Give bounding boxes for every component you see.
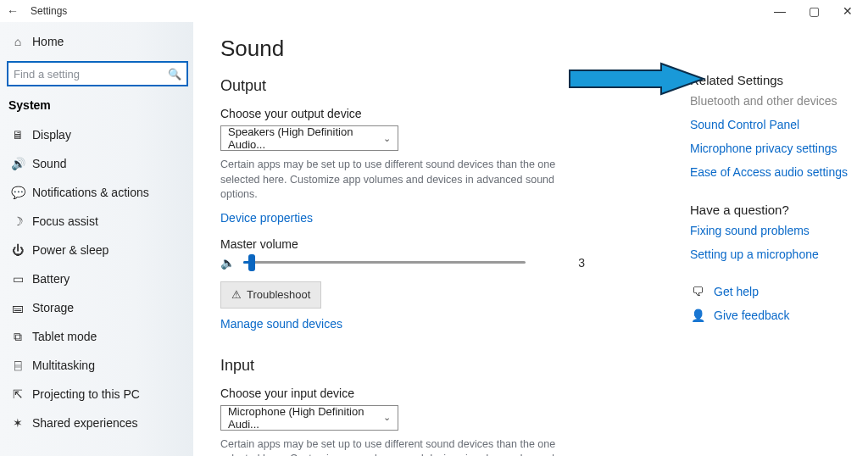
setup-mic-link[interactable]: Setting up a microphone (690, 247, 856, 261)
input-heading: Input (220, 357, 673, 375)
related-settings-heading: Related Settings (690, 73, 856, 87)
give-feedback-label: Give feedback (714, 309, 790, 322)
sound-control-panel-link[interactable]: Sound Control Panel (690, 118, 856, 131)
sidebar-item-label: Battery (32, 272, 70, 286)
sidebar-item-shared-experiences[interactable]: ✶ Shared experiences (7, 409, 186, 437)
speaker-icon: 🔈 (220, 256, 235, 270)
back-button[interactable]: ← (3, 4, 22, 18)
multitasking-icon: ⌸ (8, 359, 27, 372)
help-icon: 🗨 (690, 285, 705, 298)
output-device-label: Choose your output device (220, 107, 673, 120)
sidebar-item-label: Display (32, 128, 71, 142)
search-icon: 🔍 (168, 68, 181, 81)
right-column: Related Settings Bluetooth and other dev… (690, 22, 868, 456)
home-icon: ⌂ (8, 35, 27, 48)
output-device-value: Speakers (High Definition Audio... (228, 125, 383, 151)
sidebar-item-label: Multitasking (32, 359, 95, 372)
storage-icon: 🖴 (8, 301, 27, 314)
microphone-privacy-link[interactable]: Microphone privacy settings (690, 142, 856, 155)
input-device-dropdown[interactable]: Microphone (High Definition Audi... ⌄ (220, 405, 398, 431)
volume-slider[interactable] (243, 261, 526, 264)
warning-icon: ⚠ (231, 288, 242, 301)
feedback-icon: 👤 (690, 309, 705, 322)
manage-sound-devices-link[interactable]: Manage sound devices (220, 317, 342, 331)
display-icon: 🖥 (8, 128, 27, 142)
notifications-icon: 💬 (8, 186, 27, 199)
window-title: Settings (31, 5, 67, 17)
home-label: Home (32, 35, 64, 48)
output-device-dropdown[interactable]: Speakers (High Definition Audio... ⌄ (220, 125, 398, 151)
projecting-icon: ⇱ (8, 387, 27, 401)
page-title: Sound (220, 36, 673, 62)
sidebar-item-label: Storage (32, 301, 74, 314)
sidebar-item-focus-assist[interactable]: ☽ Focus assist (7, 207, 186, 236)
sound-icon: 🔊 (8, 157, 27, 170)
search-input[interactable] (14, 68, 168, 81)
troubleshoot-button[interactable]: ⚠ Troubleshoot (220, 281, 321, 309)
battery-icon: ▭ (8, 272, 27, 286)
focus-assist-icon: ☽ (8, 214, 27, 228)
output-help-text: Certain apps may be set up to use differ… (220, 158, 585, 203)
chevron-down-icon: ⌄ (383, 133, 391, 144)
get-help-link[interactable]: 🗨 Get help (690, 285, 856, 298)
output-heading: Output (220, 77, 673, 95)
get-help-label: Get help (714, 285, 759, 298)
sidebar-item-power-sleep[interactable]: ⏻ Power & sleep (7, 236, 186, 264)
sidebar-item-label: Sound (32, 157, 66, 170)
fixing-sound-link[interactable]: Fixing sound problems (690, 224, 856, 237)
chevron-down-icon: ⌄ (383, 412, 391, 423)
sidebar-item-display[interactable]: 🖥 Display (7, 120, 186, 149)
give-feedback-link[interactable]: 👤 Give feedback (690, 309, 856, 322)
sidebar-item-label: Shared experiences (32, 416, 138, 430)
home-button[interactable]: ⌂ Home (7, 27, 186, 56)
input-device-value: Microphone (High Definition Audi... (228, 405, 383, 431)
device-properties-link[interactable]: Device properties (220, 211, 313, 225)
main-content: Sound Output Choose your output device S… (193, 22, 690, 456)
sidebar-item-label: Notifications & actions (32, 186, 149, 199)
sidebar-item-tablet-mode[interactable]: ⧉ Tablet mode (7, 322, 186, 351)
sidebar-item-storage[interactable]: 🖴 Storage (7, 293, 186, 322)
sidebar-item-battery[interactable]: ▭ Battery (7, 264, 186, 293)
input-device-label: Choose your input device (220, 386, 673, 400)
close-button[interactable]: ✕ (831, 4, 865, 18)
search-input-wrapper[interactable]: 🔍 (7, 61, 188, 86)
maximize-button[interactable]: ▢ (797, 4, 831, 18)
bluetooth-link[interactable]: Bluetooth and other devices (690, 94, 856, 108)
titlebar: ← Settings — ▢ ✕ (0, 0, 868, 22)
ease-of-access-link[interactable]: Ease of Access audio settings (690, 165, 856, 179)
master-volume-label: Master volume (220, 237, 673, 251)
sidebar-item-label: Power & sleep (32, 243, 108, 257)
input-help-text: Certain apps may be set up to use differ… (220, 437, 585, 457)
sidebar: ⌂ Home 🔍 System 🖥 Display 🔊 Sound 💬 Noti… (0, 22, 193, 456)
sidebar-item-label: Tablet mode (32, 330, 97, 343)
volume-thumb[interactable] (248, 254, 255, 271)
sidebar-item-projecting[interactable]: ⇱ Projecting to this PC (7, 380, 186, 409)
power-icon: ⏻ (8, 243, 27, 257)
tablet-icon: ⧉ (8, 330, 27, 344)
sidebar-item-label: Projecting to this PC (32, 387, 140, 401)
minimize-button[interactable]: — (763, 4, 797, 18)
sidebar-item-notifications[interactable]: 💬 Notifications & actions (7, 178, 186, 207)
system-header: System (8, 98, 186, 112)
troubleshoot-label: Troubleshoot (247, 288, 310, 301)
volume-value: 3 (551, 256, 585, 270)
sidebar-item-sound[interactable]: 🔊 Sound (7, 149, 186, 178)
question-heading: Have a question? (690, 203, 856, 217)
shared-icon: ✶ (8, 416, 27, 430)
sidebar-item-multitasking[interactable]: ⌸ Multitasking (7, 351, 186, 380)
sidebar-item-label: Focus assist (32, 214, 98, 228)
